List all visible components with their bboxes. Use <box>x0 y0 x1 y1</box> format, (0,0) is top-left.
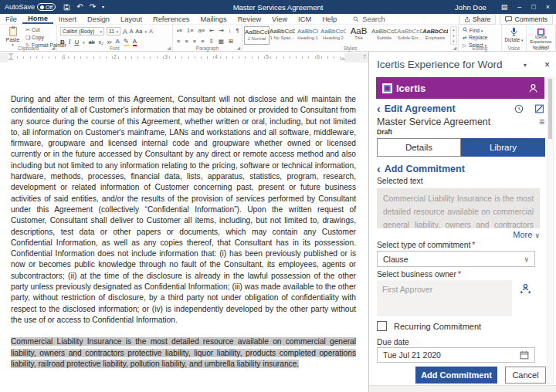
styles-gallery-more-icon[interactable]: ▾ <box>453 39 454 43</box>
search-box[interactable]: Search <box>353 15 385 23</box>
styles-dialog-launcher-icon[interactable]: ◢ <box>453 45 456 50</box>
style-heading1[interactable]: AaBbCiHeading 1 <box>295 26 320 45</box>
user-name[interactable]: John Doe <box>455 3 486 12</box>
pane-close-icon[interactable]: × <box>544 59 550 70</box>
shrink-font-button[interactable]: A <box>130 29 134 34</box>
business-owner-input[interactable]: First Approver <box>377 280 512 316</box>
borders-icon[interactable]: ⊞ <box>229 38 233 45</box>
styles-gallery-scrollbar[interactable]: ▴ ▾ ▾ <box>450 26 457 45</box>
show-formatting-icon[interactable]: ¶ <box>236 27 239 34</box>
paste-button[interactable]: Paste ▾ <box>2 26 23 47</box>
increase-indent-icon[interactable]: ⇥ <box>219 27 223 34</box>
undo-icon[interactable]: ↶ <box>76 3 83 11</box>
dictate-button[interactable]: Dictate ▾ <box>502 37 526 42</box>
tab-mailings[interactable]: Mailings <box>195 14 232 24</box>
font-dialog-launcher-icon[interactable]: ◢ <box>167 45 171 50</box>
multilevel-list-icon[interactable]: a≡ <box>198 27 205 34</box>
tab-review[interactable]: Review <box>232 14 266 24</box>
right-indent-marker[interactable] <box>340 57 346 60</box>
people-picker-icon[interactable] <box>520 283 531 295</box>
tab-icm[interactable]: ICM <box>293 14 317 24</box>
first-line-indent-marker[interactable] <box>8 53 14 56</box>
underline-button[interactable]: U <box>74 39 79 46</box>
tab-file[interactable]: File <box>0 14 22 24</box>
tab-home[interactable]: Home <box>22 14 53 24</box>
hanging-indent-marker[interactable] <box>8 57 14 60</box>
pane-options-caret-icon[interactable]: ▾ <box>524 62 527 69</box>
find-button[interactable]: Find ▾ <box>463 27 488 33</box>
decrease-indent-icon[interactable]: ⇤ <box>209 27 214 34</box>
tab-references[interactable]: References <box>147 14 195 24</box>
due-date-input[interactable]: Tue Jul 21 2020 <box>377 347 535 363</box>
style-heading2[interactable]: AaBbCcCHeading 2 <box>320 26 346 45</box>
replace-button[interactable]: ⇄Replace <box>463 35 488 41</box>
close-window-icon[interactable]: × <box>546 4 550 11</box>
clipboard-dialog-launcher-icon[interactable]: ◢ <box>51 45 55 50</box>
user-profile-icon[interactable] <box>528 83 538 93</box>
document-body[interactable]: During and after the term of this Agreem… <box>11 94 356 370</box>
autosave-switch[interactable]: Off <box>37 3 56 11</box>
selected-paragraph[interactable]: Commercial Liability Insurance is the mo… <box>11 336 356 370</box>
styles-scroll-up-icon[interactable]: ▴ <box>453 28 454 32</box>
tab-library[interactable]: Library <box>461 138 545 157</box>
minimize-icon[interactable]: – <box>517 4 521 11</box>
tab-layout[interactable]: Layout <box>115 14 147 24</box>
document-page[interactable]: During and after the term of this Agreem… <box>0 63 368 392</box>
back-icon[interactable]: ‹ <box>377 103 381 114</box>
qat-customize-icon[interactable]: ▾ <box>102 5 104 9</box>
add-commitment-button[interactable]: Add Commitment <box>415 367 497 384</box>
ribbon-display-options-icon[interactable]: ▤ <box>501 4 508 11</box>
italic-button[interactable]: I <box>69 39 71 46</box>
strikethrough-button[interactable]: ab <box>89 39 95 45</box>
text-selection-highlight[interactable]: Commercial Liability Insurance is the mo… <box>11 337 356 368</box>
bold-button[interactable]: B <box>60 39 65 46</box>
redo-icon[interactable]: ↷ <box>90 3 96 11</box>
justify-icon[interactable]: ≡ <box>201 38 204 45</box>
cancel-button[interactable]: Cancel <box>505 367 546 384</box>
align-left-icon[interactable]: ≡ <box>177 38 180 45</box>
subscript-button[interactable]: x₂ <box>99 39 103 45</box>
comments-button[interactable]: Comments <box>500 14 553 25</box>
pane-scrollbar[interactable] <box>547 77 554 384</box>
more-link[interactable]: More ∨ <box>513 230 540 239</box>
style-normal[interactable]: AaBbCcDd1 Normal <box>244 26 270 45</box>
change-case-button[interactable]: Aa <box>135 28 142 35</box>
tab-details[interactable]: Details <box>377 138 461 157</box>
bullets-icon[interactable]: •≡ <box>177 27 182 34</box>
style-emphasis[interactable]: AaBbCcDdEmphasis <box>422 26 448 45</box>
align-right-icon[interactable]: ≡ <box>193 38 196 45</box>
maximize-icon[interactable]: □ <box>531 4 535 11</box>
confidentiality-paragraph[interactable]: During and after the term of this Agreem… <box>11 94 356 326</box>
style-subtle-emphasis[interactable]: AaBbCcDdSubtle Em... <box>397 26 422 45</box>
pane-scrollbar-thumb[interactable] <box>548 79 552 139</box>
clear-formatting-button[interactable]: A <box>149 28 153 35</box>
autosave-toggle[interactable]: AutoSave Off <box>5 3 56 11</box>
font-name-dropdown[interactable]: Calibri (Body)▾ <box>60 27 104 35</box>
grow-font-button[interactable]: A <box>123 28 127 35</box>
superscript-button[interactable]: x² <box>107 39 112 45</box>
recurring-checkbox[interactable] <box>377 321 387 331</box>
align-center-icon[interactable]: ≡ <box>185 38 188 45</box>
style-subtitle[interactable]: AaBbCcDSubtitle <box>371 26 397 45</box>
style-no-spacing[interactable]: AaBbCcDd1 No Spac... <box>270 26 295 45</box>
save-icon[interactable] <box>63 4 70 11</box>
style-title[interactable]: AaBTitle <box>346 26 371 45</box>
sign-document-icon[interactable] <box>534 104 544 113</box>
font-size-dropdown[interactable]: 11▾ <box>107 27 120 35</box>
share-button[interactable]: Share <box>459 14 496 25</box>
history-clock-icon[interactable] <box>514 104 524 113</box>
paragraph-dialog-launcher-icon[interactable]: ◢ <box>236 45 240 50</box>
agreement-menu-icon[interactable]: ≡ <box>539 117 544 127</box>
calendar-icon[interactable] <box>520 350 529 360</box>
back-icon[interactable]: ‹ <box>377 164 381 174</box>
tab-help[interactable]: Help <box>317 14 342 24</box>
tab-insert[interactable]: Insert <box>53 14 82 24</box>
dictate-microphone-icon[interactable] <box>510 27 517 36</box>
edit-agreement-link[interactable]: Edit Agreement <box>385 103 456 114</box>
tab-view[interactable]: View <box>266 14 293 24</box>
numbering-icon[interactable]: 1≡ <box>187 27 194 34</box>
tab-design[interactable]: Design <box>82 14 115 24</box>
line-spacing-icon[interactable]: ⇕ <box>209 38 214 45</box>
sort-icon[interactable]: ↓ <box>229 27 232 34</box>
shading-icon[interactable]: ▦ <box>219 38 224 45</box>
